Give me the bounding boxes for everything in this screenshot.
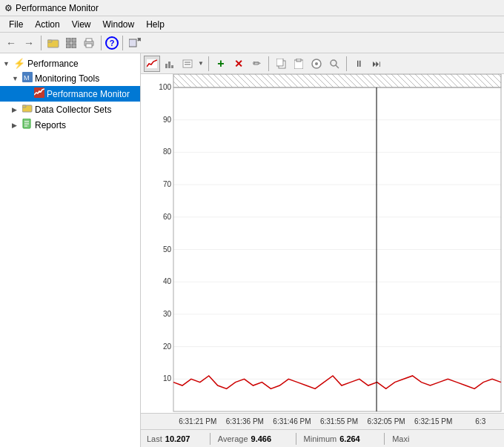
view-histogram-button[interactable] <box>162 56 178 72</box>
paste-button[interactable] <box>291 56 307 72</box>
svg-rect-9 <box>129 39 136 47</box>
minimum-stat: Minimum 6.264 <box>304 434 377 443</box>
title-bar-text: Performance Monitor <box>16 3 99 13</box>
sidebar-item-reports[interactable]: ▶ Reports <box>0 117 140 133</box>
monitoring-tools-icon: M <box>22 72 33 85</box>
maximum-stat: Maxi <box>392 434 409 443</box>
svg-rect-23 <box>168 62 170 68</box>
svg-rect-7 <box>86 39 92 42</box>
menu-view[interactable]: View <box>66 18 97 31</box>
x-label-5: 6:32:15 PM <box>410 417 457 426</box>
view-graph-button[interactable] <box>144 56 160 72</box>
svg-rect-1 <box>47 40 52 42</box>
content-panel: ▼ + ✕ ✏ ⏸ ⏭ <box>141 53 504 447</box>
sidebar-label-performance: Performance <box>27 59 79 69</box>
sidebar-label-performance-monitor: Performance Monitor <box>47 89 130 99</box>
svg-rect-16 <box>22 105 26 107</box>
view-dropdown-button[interactable]: ▼ <box>197 56 205 72</box>
view-button[interactable] <box>63 35 79 51</box>
performance-icon: ⚡ <box>13 58 25 69</box>
average-value: 9.466 <box>251 434 288 443</box>
toolbar-sep2 <box>101 36 102 50</box>
toolbar-sep3 <box>122 36 123 50</box>
sidebar-label-monitoring-tools: Monitoring Tools <box>35 73 99 84</box>
mt-sep3 <box>346 56 347 71</box>
svg-text:M: M <box>24 74 30 82</box>
maximum-label: Maxi <box>392 434 409 443</box>
svg-rect-5 <box>72 44 76 48</box>
add-counter-button[interactable]: + <box>213 56 229 72</box>
svg-rect-4 <box>66 44 70 48</box>
help-button[interactable]: ? <box>105 36 119 50</box>
back-button[interactable]: ← <box>3 35 19 51</box>
menu-file[interactable]: File <box>3 18 29 31</box>
stat-sep2 <box>296 433 296 445</box>
zoom-button[interactable] <box>326 56 342 72</box>
title-bar-icon: ⚙ <box>4 3 13 13</box>
stat-sep3 <box>384 433 385 445</box>
properties-button[interactable] <box>127 35 143 51</box>
svg-rect-8 <box>86 44 92 47</box>
sidebar-item-performance[interactable]: ▼ ⚡ Performance <box>0 56 140 70</box>
chart-area <box>141 74 504 413</box>
svg-rect-31 <box>296 59 301 62</box>
x-label-1: 6:31:36 PM <box>222 417 269 426</box>
x-label-3: 6:31:55 PM <box>316 417 363 426</box>
svg-rect-22 <box>165 64 168 68</box>
expand-icon-mt: ▼ <box>12 75 21 82</box>
svg-rect-25 <box>183 60 192 67</box>
expand-icon-rep: ▶ <box>12 122 21 129</box>
toolbar: ← → ? <box>0 33 504 53</box>
mt-sep1 <box>208 56 209 71</box>
title-bar: ⚙ Performance Monitor <box>0 0 504 16</box>
copy-button[interactable] <box>273 56 289 72</box>
next-frame-button[interactable]: ⏭ <box>368 56 385 72</box>
svg-rect-24 <box>171 65 173 68</box>
chart-properties-button[interactable] <box>308 56 325 72</box>
chart-container: 6:31:21 PM 6:31:36 PM 6:31:46 PM 6:31:55… <box>141 74 504 429</box>
performance-chart <box>141 74 504 413</box>
print-button[interactable] <box>81 35 97 51</box>
menu-help[interactable]: Help <box>140 18 170 31</box>
sidebar-item-performance-monitor[interactable]: Performance Monitor <box>0 86 140 102</box>
reports-icon <box>22 119 33 131</box>
highlight-button[interactable]: ✏ <box>248 56 265 72</box>
expand-icon: ▼ <box>3 60 12 67</box>
main-area: ▼ ⚡ Performance ▼ M Monitoring Tools Per… <box>0 53 504 447</box>
minimum-value: 6.264 <box>339 434 377 443</box>
forward-button[interactable]: → <box>21 35 37 51</box>
svg-rect-2 <box>66 38 70 42</box>
monitor-toolbar: ▼ + ✕ ✏ ⏸ ⏭ <box>141 53 504 74</box>
sidebar-label-data-collector-sets: Data Collector Sets <box>35 105 111 115</box>
x-label-2: 6:31:46 PM <box>268 417 316 426</box>
minimum-label: Minimum <box>304 434 337 443</box>
data-collector-sets-icon <box>22 103 33 116</box>
toolbar-sep1 <box>41 36 42 50</box>
performance-monitor-icon <box>34 87 44 100</box>
svg-point-34 <box>331 60 336 66</box>
status-bar: Last 10.207 Average 9.466 Minimum 6.264 … <box>141 429 504 447</box>
freeze-button[interactable]: ⏸ <box>351 56 367 72</box>
menu-action[interactable]: Action <box>29 18 65 31</box>
folder-button[interactable] <box>45 35 62 51</box>
last-stat: Last 10.207 <box>147 434 202 443</box>
delete-counter-button[interactable]: ✕ <box>231 56 247 72</box>
average-stat: Average 9.466 <box>218 434 288 443</box>
svg-line-35 <box>336 65 339 68</box>
sidebar-label-reports: Reports <box>35 120 66 130</box>
sidebar: ▼ ⚡ Performance ▼ M Monitoring Tools Per… <box>0 53 141 447</box>
x-label-0: 6:31:21 PM <box>174 417 222 426</box>
x-label-6: 6:3 <box>457 417 504 426</box>
svg-rect-3 <box>72 38 76 42</box>
view-report-button[interactable] <box>179 56 196 72</box>
average-label: Average <box>218 434 248 443</box>
x-axis: 6:31:21 PM 6:31:36 PM 6:31:46 PM 6:31:55… <box>141 413 504 429</box>
svg-point-33 <box>315 62 318 65</box>
menu-window[interactable]: Window <box>97 18 141 31</box>
stat-sep1 <box>210 433 210 445</box>
menu-bar: File Action View Window Help <box>0 16 504 33</box>
last-value: 10.207 <box>165 434 202 443</box>
sidebar-item-monitoring-tools[interactable]: ▼ M Monitoring Tools <box>0 70 140 86</box>
mt-sep2 <box>268 56 269 71</box>
sidebar-item-data-collector-sets[interactable]: ▶ Data Collector Sets <box>0 102 140 117</box>
